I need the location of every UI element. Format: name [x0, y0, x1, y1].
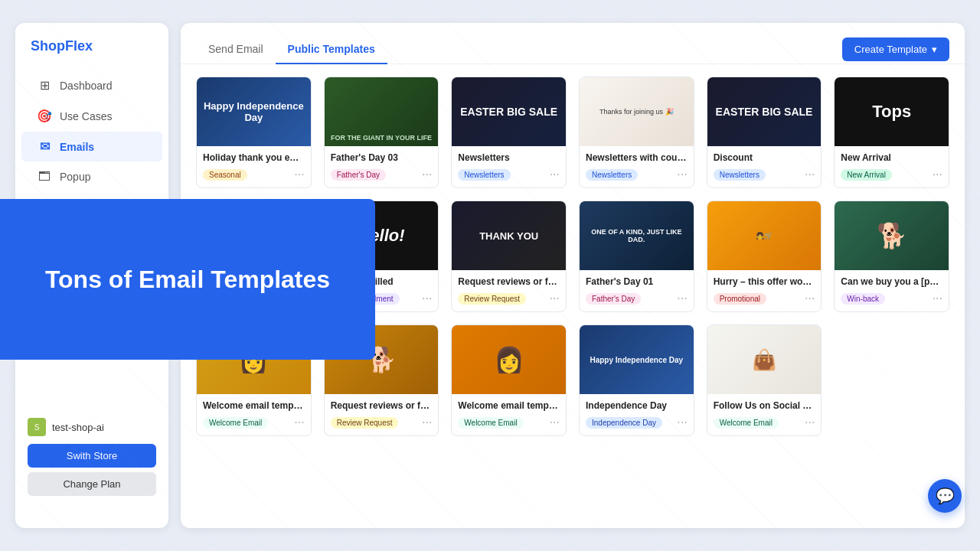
card-more-9[interactable]: ···: [550, 292, 560, 305]
card-footer-1: Seasonal ···: [203, 168, 305, 181]
template-card-1[interactable]: Happy Independence Day Holiday thank you…: [196, 77, 312, 188]
sidebar-item-popup[interactable]: 🗔Popup: [21, 162, 162, 191]
card-tag-14[interactable]: Review Request: [331, 417, 399, 429]
card-tag-3[interactable]: Newsletters: [458, 169, 510, 181]
template-thumb-15: 👩: [452, 325, 566, 394]
promo-banner-text: Tons of Email Templates: [15, 249, 361, 309]
template-card-10[interactable]: ONE OF A KIND, JUST LIKE DAD. Father's D…: [579, 201, 694, 312]
card-more-16[interactable]: ···: [677, 416, 687, 429]
template-card-15[interactable]: 👩 Welcome email template 1 Welcome Email…: [451, 324, 567, 436]
card-footer-11: Promotional ···: [714, 292, 815, 305]
template-thumb-17: 👜: [707, 325, 822, 394]
card-body-9: Request reviews or feedback1 Review Requ…: [452, 270, 566, 311]
card-footer-10: Father's Day ···: [586, 292, 688, 305]
sidebar-bottom: S test-shop-ai Swith Store Change Plan: [15, 406, 168, 513]
card-more-6[interactable]: ···: [933, 168, 942, 181]
card-body-11: Hurry – this offer won't last f... Promo…: [707, 270, 822, 311]
template-card-11[interactable]: 👧🛒 Hurry – this offer won't last f... Pr…: [707, 201, 822, 312]
sidebar-item-dashboard[interactable]: ⊞Dashboard: [21, 70, 162, 100]
logo-shop: Shop: [31, 38, 65, 54]
user-avatar: S: [28, 418, 46, 436]
promo-banner: Tons of Email Templates: [0, 199, 375, 360]
card-tag-1[interactable]: Seasonal: [203, 169, 247, 181]
chevron-down-icon: ▾: [932, 44, 937, 55]
card-tag-16[interactable]: Independence Day: [586, 417, 662, 429]
card-more-1[interactable]: ···: [294, 168, 304, 181]
card-tag-11[interactable]: Promotional: [714, 293, 766, 305]
card-tag-5[interactable]: Newsletters: [714, 169, 766, 181]
logo: ShopFlex: [15, 38, 168, 70]
template-card-5[interactable]: EASTER BIG SALE Discount Newsletters ···: [707, 77, 822, 188]
card-footer-9: Review Request ···: [458, 292, 560, 305]
card-more-4[interactable]: ···: [677, 168, 687, 181]
template-card-4[interactable]: Thanks for joining us 🎉 Newsletters with…: [579, 77, 694, 188]
template-thumb-1: Happy Independence Day: [197, 77, 311, 146]
card-body-13: Welcome email template 2 Welcome Email ·…: [197, 394, 311, 435]
card-tag-9[interactable]: Review Request: [458, 293, 526, 305]
card-tag-17[interactable]: Welcome Email: [714, 417, 779, 429]
template-thumb-9: THANK YOU: [452, 201, 566, 270]
user-info: S test-shop-ai: [28, 418, 156, 436]
card-body-6: New Arrival New Arrival ···: [835, 146, 949, 187]
card-more-8[interactable]: ···: [422, 292, 432, 305]
card-title-15: Welcome email template 1: [458, 400, 560, 411]
template-card-2[interactable]: FOR THE GIANT IN YOUR LIFE Father's Day …: [324, 77, 439, 188]
card-body-10: Father's Day 01 Father's Day ···: [580, 270, 694, 311]
card-more-14[interactable]: ···: [422, 416, 432, 429]
change-plan-button[interactable]: Change Plan: [28, 472, 156, 496]
card-tag-12[interactable]: Win-back: [841, 293, 885, 305]
tab-bar: Send Email Public Templates: [196, 35, 387, 64]
card-body-5: Discount Newsletters ···: [707, 146, 822, 187]
card-footer-6: New Arrival ···: [841, 168, 942, 181]
tab-send-email[interactable]: Send Email: [196, 35, 276, 64]
template-card-6[interactable]: Tops New Arrival New Arrival ···: [834, 77, 949, 188]
card-footer-15: Welcome Email ···: [458, 416, 560, 429]
dashboard-icon: ⊞: [37, 78, 52, 93]
template-thumb-4: Thanks for joining us 🎉: [580, 77, 694, 146]
card-footer-12: Win-back ···: [841, 292, 942, 305]
card-footer-5: Newsletters ···: [714, 168, 815, 181]
card-tag-10[interactable]: Father's Day: [586, 293, 641, 305]
card-more-2[interactable]: ···: [422, 168, 432, 181]
template-card-12[interactable]: 🐕 Can we buy you a [product y... Win-bac…: [834, 201, 949, 312]
card-more-15[interactable]: ···: [550, 416, 560, 429]
template-thumb-10: ONE OF A KIND, JUST LIKE DAD.: [580, 201, 694, 270]
card-more-11[interactable]: ···: [805, 292, 815, 305]
card-more-13[interactable]: ···: [294, 416, 304, 429]
card-body-3: Newsletters Newsletters ···: [452, 146, 566, 187]
template-card-3[interactable]: EASTER BIG SALE Newsletters Newsletters …: [451, 77, 567, 188]
card-body-4: Newsletters with coupon Newsletters ···: [580, 146, 694, 187]
template-thumb-11: 👧🛒: [707, 201, 822, 270]
card-tag-4[interactable]: Newsletters: [586, 169, 638, 181]
card-more-5[interactable]: ···: [805, 168, 815, 181]
sidebar-item-use-cases[interactable]: 🎯Use Cases: [21, 101, 162, 131]
emails-icon: ✉: [37, 139, 52, 154]
card-title-11: Hurry – this offer won't last f...: [714, 276, 815, 287]
template-card-16[interactable]: Happy Independence Day Independence Day …: [579, 324, 694, 436]
template-card-17[interactable]: 👜 Follow Us on Social Media Welcome Emai…: [707, 324, 822, 436]
card-body-2: Father's Day 03 Father's Day ···: [325, 146, 439, 187]
card-title-4: Newsletters with coupon: [586, 152, 688, 163]
card-more-3[interactable]: ···: [550, 168, 560, 181]
tab-public-templates[interactable]: Public Templates: [276, 35, 387, 64]
card-more-17[interactable]: ···: [805, 416, 815, 429]
card-more-12[interactable]: ···: [933, 292, 942, 305]
card-title-2: Father's Day 03: [331, 152, 433, 163]
template-card-9[interactable]: THANK YOU Request reviews or feedback1 R…: [451, 201, 567, 312]
card-title-5: Discount: [714, 152, 815, 163]
sidebar-label-dashboard: Dashboard: [60, 80, 113, 92]
create-template-button[interactable]: Create Template ▾: [842, 37, 949, 61]
card-tag-15[interactable]: Welcome Email: [458, 417, 523, 429]
chat-button[interactable]: 💬: [928, 479, 962, 513]
card-tag-13[interactable]: Welcome Email: [203, 417, 268, 429]
card-title-13: Welcome email template 2: [203, 400, 305, 411]
template-thumb-3: EASTER BIG SALE: [452, 77, 566, 146]
switch-store-button[interactable]: Swith Store: [28, 444, 156, 468]
popup-icon: 🗔: [37, 170, 52, 184]
card-title-6: New Arrival: [841, 152, 942, 163]
card-tag-2[interactable]: Father's Day: [331, 169, 386, 181]
template-thumb-16: Happy Independence Day: [580, 325, 694, 394]
card-tag-6[interactable]: New Arrival: [841, 169, 892, 181]
card-more-10[interactable]: ···: [677, 292, 687, 305]
sidebar-item-emails[interactable]: ✉Emails: [21, 132, 162, 161]
